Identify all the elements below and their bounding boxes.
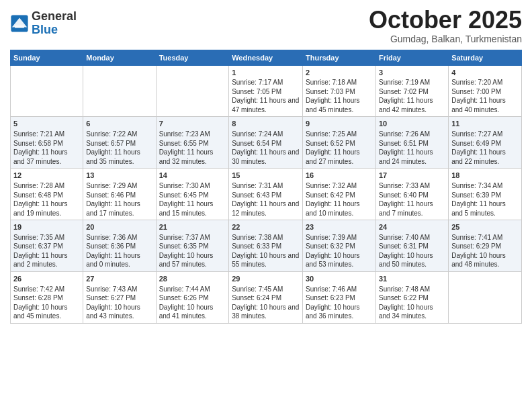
day-number: 8: [232, 119, 300, 129]
day-number: 23: [306, 222, 373, 232]
day-cell: 18Sunrise: 7:34 AM Sunset: 6:39 PM Dayli…: [449, 169, 522, 220]
day-number: 18: [451, 171, 519, 181]
day-cell: [156, 65, 229, 117]
day-info: Sunrise: 7:30 AM Sunset: 6:45 PM Dayligh…: [159, 181, 226, 218]
day-number: 17: [379, 171, 445, 181]
day-number: 25: [451, 222, 519, 232]
day-number: 21: [159, 222, 226, 232]
day-info: Sunrise: 7:18 AM Sunset: 7:03 PM Dayligh…: [306, 78, 373, 114]
week-row-4: 19Sunrise: 7:35 AM Sunset: 6:37 PM Dayli…: [11, 220, 522, 272]
day-cell: 9Sunrise: 7:25 AM Sunset: 6:52 PM Daylig…: [303, 117, 376, 169]
day-cell: 13Sunrise: 7:29 AM Sunset: 6:46 PM Dayli…: [83, 169, 156, 220]
day-info: Sunrise: 7:39 AM Sunset: 6:32 PM Dayligh…: [306, 233, 373, 269]
day-number: 30: [306, 274, 373, 284]
day-cell: 14Sunrise: 7:30 AM Sunset: 6:45 PM Dayli…: [156, 169, 229, 220]
day-cell: 19Sunrise: 7:35 AM Sunset: 6:37 PM Dayli…: [11, 220, 83, 272]
day-info: Sunrise: 7:29 AM Sunset: 6:46 PM Dayligh…: [86, 181, 152, 218]
day-cell: 4Sunrise: 7:20 AM Sunset: 7:00 PM Daylig…: [449, 65, 522, 117]
day-info: Sunrise: 7:46 AM Sunset: 6:23 PM Dayligh…: [306, 285, 373, 321]
day-cell: 6Sunrise: 7:22 AM Sunset: 6:57 PM Daylig…: [83, 117, 156, 169]
day-cell: 16Sunrise: 7:32 AM Sunset: 6:42 PM Dayli…: [303, 169, 376, 220]
day-info: Sunrise: 7:33 AM Sunset: 6:40 PM Dayligh…: [379, 181, 445, 218]
logo-general: General: [32, 10, 77, 24]
day-info: Sunrise: 7:19 AM Sunset: 7:02 PM Dayligh…: [379, 78, 445, 114]
day-number: 22: [232, 222, 300, 232]
day-cell: 11Sunrise: 7:27 AM Sunset: 6:49 PM Dayli…: [449, 117, 522, 169]
col-sunday: Sunday: [11, 50, 83, 65]
day-number: 13: [86, 171, 152, 181]
week-row-5: 26Sunrise: 7:42 AM Sunset: 6:28 PM Dayli…: [11, 271, 522, 323]
day-cell: 21Sunrise: 7:37 AM Sunset: 6:35 PM Dayli…: [156, 220, 229, 272]
day-info: Sunrise: 7:43 AM Sunset: 6:27 PM Dayligh…: [86, 285, 152, 321]
title-block: October 2025 Gumdag, Balkan, Turkmenista…: [369, 7, 522, 44]
day-info: Sunrise: 7:48 AM Sunset: 6:22 PM Dayligh…: [379, 285, 445, 321]
day-info: Sunrise: 7:17 AM Sunset: 7:05 PM Dayligh…: [232, 78, 300, 114]
week-row-2: 5Sunrise: 7:21 AM Sunset: 6:58 PM Daylig…: [11, 117, 522, 169]
day-info: Sunrise: 7:36 AM Sunset: 6:36 PM Dayligh…: [86, 233, 152, 269]
day-cell: 26Sunrise: 7:42 AM Sunset: 6:28 PM Dayli…: [11, 271, 83, 323]
col-monday: Monday: [83, 50, 156, 65]
day-number: 1: [232, 68, 300, 78]
day-info: Sunrise: 7:26 AM Sunset: 6:51 PM Dayligh…: [379, 130, 445, 166]
week-row-1: 1Sunrise: 7:17 AM Sunset: 7:05 PM Daylig…: [11, 65, 522, 117]
day-cell: 20Sunrise: 7:36 AM Sunset: 6:36 PM Dayli…: [83, 220, 156, 272]
day-cell: [449, 271, 522, 323]
day-number: 19: [13, 222, 80, 232]
day-cell: 1Sunrise: 7:17 AM Sunset: 7:05 PM Daylig…: [229, 65, 303, 117]
day-cell: 12Sunrise: 7:28 AM Sunset: 6:48 PM Dayli…: [11, 169, 83, 220]
day-number: 27: [86, 274, 152, 284]
day-info: Sunrise: 7:28 AM Sunset: 6:48 PM Dayligh…: [13, 181, 80, 218]
day-info: Sunrise: 7:22 AM Sunset: 6:57 PM Dayligh…: [86, 130, 152, 166]
day-info: Sunrise: 7:45 AM Sunset: 6:24 PM Dayligh…: [232, 285, 300, 321]
day-number: 31: [379, 274, 445, 284]
day-number: 15: [232, 171, 300, 181]
day-info: Sunrise: 7:44 AM Sunset: 6:26 PM Dayligh…: [159, 285, 226, 321]
day-info: Sunrise: 7:37 AM Sunset: 6:35 PM Dayligh…: [159, 233, 226, 269]
day-number: 20: [86, 222, 152, 232]
day-cell: 7Sunrise: 7:23 AM Sunset: 6:55 PM Daylig…: [156, 117, 229, 169]
day-number: 9: [306, 119, 373, 129]
col-saturday: Saturday: [449, 50, 522, 65]
day-cell: 8Sunrise: 7:24 AM Sunset: 6:54 PM Daylig…: [229, 117, 303, 169]
day-info: Sunrise: 7:24 AM Sunset: 6:54 PM Dayligh…: [232, 130, 300, 166]
page: General Blue October 2025 Gumdag, Balkan…: [0, 0, 532, 411]
day-cell: 5Sunrise: 7:21 AM Sunset: 6:58 PM Daylig…: [11, 117, 83, 169]
day-info: Sunrise: 7:41 AM Sunset: 6:29 PM Dayligh…: [451, 233, 519, 269]
day-number: 7: [159, 119, 226, 129]
day-info: Sunrise: 7:23 AM Sunset: 6:55 PM Dayligh…: [159, 130, 226, 166]
col-tuesday: Tuesday: [156, 50, 229, 65]
col-friday: Friday: [375, 50, 448, 65]
day-number: 24: [379, 222, 445, 232]
calendar-table: Sunday Monday Tuesday Wednesday Thursday…: [10, 50, 522, 324]
day-number: 3: [379, 68, 445, 78]
day-number: 11: [451, 119, 519, 129]
day-number: 26: [13, 274, 80, 284]
day-info: Sunrise: 7:38 AM Sunset: 6:33 PM Dayligh…: [232, 233, 300, 269]
day-number: 14: [159, 171, 226, 181]
day-cell: 15Sunrise: 7:31 AM Sunset: 6:43 PM Dayli…: [229, 169, 303, 220]
calendar-title: October 2025: [369, 7, 522, 34]
day-info: Sunrise: 7:32 AM Sunset: 6:42 PM Dayligh…: [306, 181, 373, 218]
day-number: 28: [159, 274, 226, 284]
day-number: 2: [306, 68, 373, 78]
day-info: Sunrise: 7:27 AM Sunset: 6:49 PM Dayligh…: [451, 130, 519, 166]
day-number: 16: [306, 171, 373, 181]
day-cell: 23Sunrise: 7:39 AM Sunset: 6:32 PM Dayli…: [303, 220, 376, 272]
day-number: 12: [13, 171, 80, 181]
day-number: 4: [451, 68, 519, 78]
day-cell: 22Sunrise: 7:38 AM Sunset: 6:33 PM Dayli…: [229, 220, 303, 272]
day-number: 5: [13, 119, 80, 129]
day-info: Sunrise: 7:35 AM Sunset: 6:37 PM Dayligh…: [13, 233, 80, 269]
day-number: 10: [379, 119, 445, 129]
day-cell: [83, 65, 156, 117]
day-cell: 10Sunrise: 7:26 AM Sunset: 6:51 PM Dayli…: [375, 117, 448, 169]
logo-icon: [10, 14, 29, 33]
day-cell: 24Sunrise: 7:40 AM Sunset: 6:31 PM Dayli…: [375, 220, 448, 272]
col-wednesday: Wednesday: [229, 50, 303, 65]
day-cell: 2Sunrise: 7:18 AM Sunset: 7:03 PM Daylig…: [303, 65, 376, 117]
day-info: Sunrise: 7:25 AM Sunset: 6:52 PM Dayligh…: [306, 130, 373, 166]
day-cell: 30Sunrise: 7:46 AM Sunset: 6:23 PM Dayli…: [303, 271, 376, 323]
day-info: Sunrise: 7:40 AM Sunset: 6:31 PM Dayligh…: [379, 233, 445, 269]
svg-rect-2: [15, 26, 24, 28]
day-cell: 3Sunrise: 7:19 AM Sunset: 7:02 PM Daylig…: [375, 65, 448, 117]
